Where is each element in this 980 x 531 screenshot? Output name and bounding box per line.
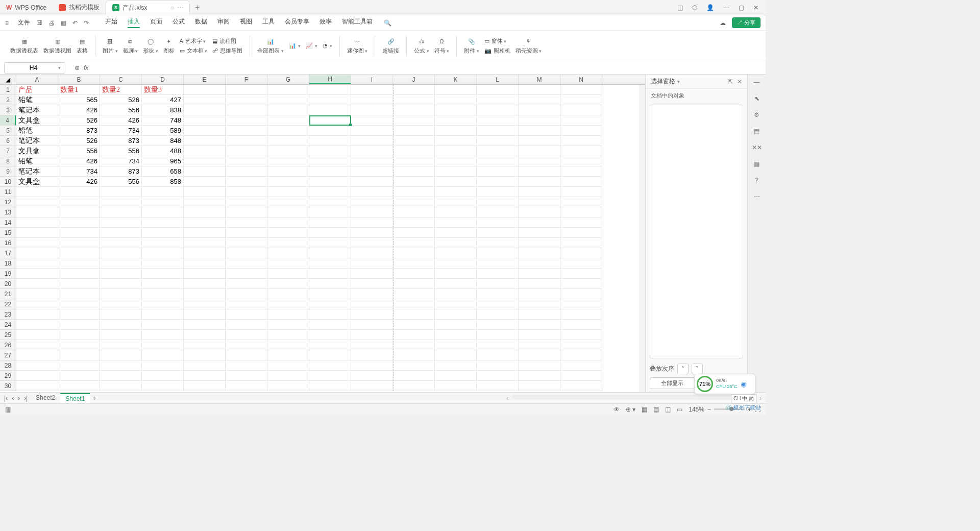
cell[interactable] bbox=[351, 197, 393, 207]
cell[interactable] bbox=[226, 381, 267, 391]
resources-button[interactable]: ⚘稻壳资源 bbox=[516, 37, 542, 55]
cell[interactable] bbox=[435, 350, 477, 360]
cell[interactable]: 858 bbox=[142, 177, 184, 187]
cell[interactable] bbox=[435, 279, 477, 289]
cell[interactable] bbox=[226, 187, 267, 197]
menu-item-智能工具箱[interactable]: 智能工具箱 bbox=[342, 17, 373, 28]
cell[interactable] bbox=[435, 320, 477, 330]
cell[interactable] bbox=[393, 269, 435, 279]
cell[interactable] bbox=[477, 371, 519, 381]
cell[interactable] bbox=[477, 187, 519, 197]
menu-item-视图[interactable]: 视图 bbox=[240, 17, 252, 28]
cell[interactable] bbox=[351, 269, 393, 279]
cell[interactable] bbox=[58, 350, 100, 360]
pivot-chart-button[interactable]: ▥数据透视图 bbox=[43, 37, 71, 55]
cell[interactable]: 873 bbox=[58, 126, 100, 136]
cell[interactable] bbox=[309, 177, 351, 187]
cell[interactable] bbox=[142, 258, 184, 269]
cell[interactable] bbox=[351, 350, 393, 360]
cell[interactable] bbox=[267, 258, 309, 269]
cell[interactable] bbox=[435, 340, 477, 350]
cell[interactable]: 文具盒 bbox=[16, 115, 58, 126]
cell[interactable] bbox=[58, 197, 100, 207]
cell[interactable] bbox=[393, 340, 435, 350]
cell[interactable] bbox=[351, 218, 393, 228]
cell[interactable] bbox=[142, 340, 184, 350]
cell[interactable]: 426 bbox=[58, 177, 100, 187]
cell[interactable] bbox=[267, 381, 309, 391]
row-header[interactable]: 8 bbox=[0, 156, 16, 166]
object-button[interactable]: ▭窗体 bbox=[484, 37, 510, 45]
cell[interactable] bbox=[393, 299, 435, 309]
cell[interactable] bbox=[184, 269, 226, 279]
icon-button[interactable]: ✦图标 bbox=[163, 37, 175, 55]
sheet-last-button[interactable]: ›| bbox=[24, 395, 28, 402]
cell[interactable]: 526 bbox=[100, 95, 142, 105]
cell[interactable] bbox=[519, 279, 560, 289]
cell[interactable] bbox=[393, 207, 435, 218]
cell[interactable] bbox=[100, 258, 142, 269]
col-header-G[interactable]: G bbox=[267, 75, 309, 84]
picture-button[interactable]: 🖼图片 bbox=[103, 37, 118, 55]
cell[interactable] bbox=[267, 146, 309, 156]
cell[interactable] bbox=[184, 320, 226, 330]
cell[interactable] bbox=[351, 136, 393, 146]
cell[interactable] bbox=[58, 371, 100, 381]
cell[interactable] bbox=[16, 238, 58, 248]
cell[interactable] bbox=[351, 126, 393, 136]
cell[interactable] bbox=[16, 218, 58, 228]
row-header[interactable]: 26 bbox=[0, 340, 16, 350]
cell[interactable] bbox=[226, 228, 267, 238]
view-page-icon[interactable]: ▤ bbox=[653, 406, 659, 413]
cell[interactable] bbox=[393, 218, 435, 228]
cell[interactable] bbox=[393, 95, 435, 105]
sheet-next-button[interactable]: › bbox=[18, 395, 20, 402]
cell[interactable] bbox=[16, 309, 58, 320]
cell[interactable] bbox=[560, 371, 602, 381]
cell[interactable] bbox=[226, 330, 267, 340]
cell[interactable] bbox=[560, 115, 602, 126]
row-header[interactable]: 4 bbox=[0, 115, 16, 126]
cell[interactable] bbox=[16, 289, 58, 299]
cell[interactable] bbox=[519, 105, 560, 115]
cell[interactable] bbox=[393, 350, 435, 360]
cell[interactable] bbox=[560, 218, 602, 228]
cell[interactable] bbox=[519, 309, 560, 320]
cell[interactable] bbox=[435, 156, 477, 166]
cell[interactable] bbox=[100, 279, 142, 289]
close-panel-icon[interactable]: ✕ bbox=[737, 78, 742, 85]
cell[interactable] bbox=[309, 299, 351, 309]
eye-icon[interactable]: 👁 bbox=[614, 406, 620, 413]
cell[interactable] bbox=[309, 115, 351, 126]
cell[interactable] bbox=[393, 197, 435, 207]
vertical-scrollbar[interactable] bbox=[639, 85, 645, 392]
cell[interactable] bbox=[560, 105, 602, 115]
cell[interactable] bbox=[267, 269, 309, 279]
tab-template[interactable]: 找稻壳模板 bbox=[53, 1, 106, 15]
row-header[interactable]: 11 bbox=[0, 187, 16, 197]
cell[interactable] bbox=[16, 360, 58, 371]
collapse-sidebar-icon[interactable]: — bbox=[754, 79, 760, 86]
cell[interactable] bbox=[560, 146, 602, 156]
cell[interactable] bbox=[142, 228, 184, 238]
cell[interactable] bbox=[58, 289, 100, 299]
cell[interactable] bbox=[100, 320, 142, 330]
cell[interactable] bbox=[560, 330, 602, 340]
cell[interactable] bbox=[184, 248, 226, 258]
cell[interactable] bbox=[267, 279, 309, 289]
cell[interactable]: 笔记本 bbox=[16, 136, 58, 146]
row-header[interactable]: 27 bbox=[0, 350, 16, 360]
cell[interactable] bbox=[560, 381, 602, 391]
cell[interactable] bbox=[309, 309, 351, 320]
cell[interactable] bbox=[267, 360, 309, 371]
view-layout-icon[interactable]: ◫ bbox=[665, 406, 671, 413]
cell[interactable]: 556 bbox=[100, 105, 142, 115]
cell[interactable] bbox=[309, 381, 351, 391]
cell[interactable] bbox=[100, 218, 142, 228]
cell[interactable] bbox=[477, 299, 519, 309]
cell[interactable] bbox=[142, 350, 184, 360]
cell[interactable] bbox=[519, 228, 560, 238]
cell[interactable] bbox=[184, 187, 226, 197]
cell[interactable] bbox=[226, 115, 267, 126]
row-header[interactable]: 7 bbox=[0, 146, 16, 156]
